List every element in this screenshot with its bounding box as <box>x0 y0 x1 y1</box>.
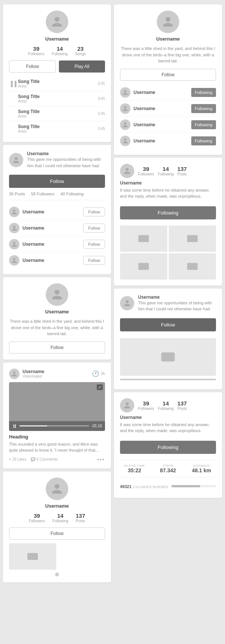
following-stat: 14 Following <box>158 166 174 176</box>
video-post-card: Username Videomaker 🕐 3h ⤢ ⏸ -01:16 <box>3 363 111 469</box>
following-button[interactable]: Following <box>120 441 216 454</box>
avatar <box>120 398 134 413</box>
calories-row: 49321 CALORIES BURNED <box>120 481 216 492</box>
follow-button[interactable]: Follow <box>83 240 105 249</box>
song-row[interactable]: ▐▐ Song Title Artist 3:45 <box>9 76 105 91</box>
posts-stat: 137 Posts <box>177 166 187 176</box>
followers-stat: 39 Followers <box>138 400 154 411</box>
profile-following-card: Username There was a little shed in the … <box>114 5 222 155</box>
followers-stat: 39 Followers <box>28 45 44 56</box>
bars-icon: ▐▐ <box>9 81 18 87</box>
list-item: Username Follow <box>9 252 105 268</box>
posts-stats: 36 Posts 58 Followers 40 Following <box>9 192 105 200</box>
post-actions: ♥ 26 Likes 💬 6 Comments ••• <box>9 457 105 463</box>
avatar <box>157 11 179 33</box>
username-label: Username <box>9 503 105 509</box>
song-row[interactable]: Song Title Artist 3:45 <box>9 91 105 106</box>
image-grid <box>9 543 105 570</box>
fitness-card: 39 Followers 14 Following 137 Posts User… <box>114 392 222 498</box>
avatar <box>120 87 130 98</box>
avatar <box>9 369 20 379</box>
comment-icon: 💬 <box>31 457 35 461</box>
following-button[interactable]: Following <box>191 104 216 113</box>
video-info: Username Videomaker 🕐 3h <box>9 369 105 379</box>
username-label: Username <box>9 36 105 42</box>
user-followers-card: Username This gave me opportunities of b… <box>3 145 111 274</box>
avatar <box>9 223 20 233</box>
avatar <box>120 103 130 114</box>
video-controls: ⏸ -01:16 <box>9 421 105 431</box>
left-column: Username 39 Followers 14 Following 23 So… <box>3 5 111 582</box>
profile-stats-card: Username 39 Followers 14 Following 137 P… <box>3 472 111 582</box>
username-label: Username <box>9 309 105 314</box>
song-row[interactable]: Song Title Artist 3:45 <box>9 106 105 121</box>
song-list: ▐▐ Song Title Artist 3:45 Song Title Art… <box>9 76 105 136</box>
stats-row: 39 Followers 14 Following 23 Songs <box>9 45 105 56</box>
following-user-list: Username Following Username Following Us… <box>120 85 216 149</box>
list-item: Username Follow <box>9 236 105 252</box>
music-profile-card: Username 39 Followers 14 Following 23 So… <box>3 5 111 142</box>
following-button[interactable]: Following <box>191 120 216 129</box>
username-label: Username <box>27 151 105 156</box>
more-options-button[interactable]: ••• <box>97 457 105 463</box>
followers-stat: 39 Followers <box>138 166 154 176</box>
stats-row: 39 Followers 14 Following 137 Posts <box>138 166 187 176</box>
following-button[interactable]: Following <box>120 206 216 219</box>
simple-follow-card: Username This gave me opportunities of b… <box>114 289 222 389</box>
posts-stat: 137 Posts <box>76 512 85 523</box>
username-label: Username <box>138 295 216 300</box>
likes[interactable]: ♥ 26 Likes <box>9 457 26 461</box>
avatar <box>120 164 134 178</box>
stats-row: 39 Followers 14 Following 137 Posts <box>138 400 187 411</box>
follow-button[interactable]: Follow <box>83 256 105 265</box>
list-item: Username Following <box>120 117 216 133</box>
avatar <box>120 119 130 130</box>
video-player[interactable]: ⤢ ⏸ -01:16 <box>9 382 105 431</box>
play-all-button[interactable]: Play All <box>59 60 105 73</box>
image-cell <box>169 225 216 252</box>
avatar <box>9 255 20 266</box>
profile-desc-card: Username There was a little shed in the … <box>3 277 111 360</box>
image-cell <box>120 253 167 280</box>
image-cell <box>120 225 167 252</box>
dot-indicator <box>55 573 59 576</box>
fitness-stats: ACTIVE TIME 35:22 STEPS 87.342 DISTANCE … <box>120 460 216 478</box>
avatar <box>9 153 23 167</box>
follow-button[interactable]: Follow <box>120 69 216 81</box>
progress-bar[interactable] <box>20 425 89 426</box>
clock-icon: 🕐 <box>92 370 99 377</box>
fullscreen-icon[interactable]: ⤢ <box>97 384 103 390</box>
pause-icon[interactable]: ⏸ <box>12 423 17 429</box>
avatar <box>120 296 134 310</box>
avatar <box>9 207 20 217</box>
posts-stat: 137 Posts <box>177 400 187 411</box>
comments[interactable]: 💬 6 Comments <box>31 457 58 461</box>
steps-stat: STEPS 87.342 <box>153 464 182 473</box>
avatar <box>9 239 20 249</box>
follow-button[interactable]: Follow <box>83 207 105 216</box>
active-time-stat: ACTIVE TIME 35:22 <box>120 464 149 473</box>
follow-button[interactable]: Follow <box>83 224 105 233</box>
follow-button[interactable]: Follow <box>9 528 105 540</box>
following-stat: 14 Following <box>52 45 68 56</box>
image-placeholder <box>120 338 216 376</box>
avatar <box>46 478 68 500</box>
scroll-bar <box>120 379 216 380</box>
following-button[interactable]: Following <box>191 136 216 145</box>
username-label: Username <box>120 36 216 42</box>
stats-following-card: 39 Followers 14 Following 137 Posts User… <box>114 158 222 286</box>
distance-stat: DISTANCE 48.1 km <box>187 464 216 473</box>
follow-button[interactable]: Follow <box>9 60 56 73</box>
image-cell <box>9 543 56 570</box>
follow-button[interactable]: Follow <box>9 342 105 354</box>
image-cell <box>169 253 216 280</box>
follow-button[interactable]: Follow <box>120 318 216 331</box>
list-item: Username Following <box>120 101 216 117</box>
stats-row: 39 Followers 14 Following 137 Posts <box>9 512 105 523</box>
heart-icon: ♥ <box>9 457 11 461</box>
list-item: Username Follow <box>9 220 105 236</box>
follow-button[interactable]: Follow <box>9 175 105 188</box>
following-button[interactable]: Following <box>191 88 216 97</box>
followers-stat: 39 Followers <box>29 512 45 523</box>
song-row[interactable]: Song Title Artist 3:45 <box>9 121 105 136</box>
